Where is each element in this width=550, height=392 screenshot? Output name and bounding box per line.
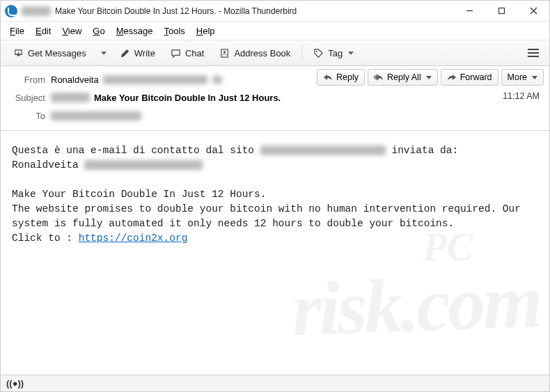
from-label: From (8, 75, 45, 85)
window-titlebar: Make Your Bitcoin Double In Just 12 Hour… (1, 1, 549, 22)
svg-point-5 (223, 51, 226, 53)
redacted-star (212, 75, 223, 84)
main-toolbar: Get Messages Write Chat Address Book Tag (1, 40, 549, 66)
svg-point-6 (316, 50, 317, 52)
more-label: More (508, 72, 527, 82)
tag-button[interactable]: Tag (306, 44, 361, 63)
reply-all-label: Reply All (387, 72, 421, 82)
body-para2-text: The website promises to double your bitc… (12, 202, 538, 231)
body-line2: Ronaldveita (12, 159, 84, 171)
redacted-site (260, 146, 386, 155)
chat-icon (171, 48, 181, 58)
online-icon[interactable]: ((●)) (6, 378, 24, 389)
reply-all-icon (374, 72, 384, 82)
chevron-down-icon (532, 76, 537, 79)
message-time: 11:12 AM (503, 91, 540, 101)
reply-icon (323, 72, 333, 82)
tag-label: Tag (328, 48, 343, 58)
menu-view[interactable]: View (57, 24, 86, 38)
redacted-prefix (51, 93, 90, 102)
redacted-sender-email (84, 160, 203, 170)
chat-label: Chat (185, 48, 204, 58)
chevron-down-icon (101, 52, 107, 55)
forward-button[interactable]: Forward (441, 69, 498, 86)
more-button[interactable]: More (501, 69, 544, 86)
body-line1a: Questa è una e-mail di contatto dal sito (12, 145, 260, 156)
tag-icon (313, 48, 324, 58)
download-icon (13, 48, 24, 58)
menu-bar: File Edit View Go Message Tools Help (1, 22, 549, 40)
svg-rect-4 (221, 49, 228, 56)
to-label: To (8, 111, 45, 121)
forward-label: Forward (460, 72, 492, 82)
status-bar: ((●)) (1, 375, 549, 391)
get-messages-label: Get Messages (28, 48, 86, 58)
chevron-down-icon (426, 76, 432, 79)
pencil-icon (120, 48, 130, 58)
address-book-icon (219, 48, 230, 58)
chat-button[interactable]: Chat (164, 44, 211, 63)
reply-all-button[interactable]: Reply All (368, 69, 438, 86)
redacted-to (51, 111, 141, 120)
reply-button[interactable]: Reply (317, 69, 365, 86)
from-value[interactable]: Ronaldveita (51, 75, 99, 85)
subject-label: Subject (8, 93, 45, 103)
window-title: Make Your Bitcoin Double In Just 12 Hour… (55, 6, 453, 16)
scam-link[interactable]: https://coin2x.org (79, 233, 188, 244)
app-menu-button[interactable] (523, 44, 544, 62)
reply-label: Reply (336, 72, 359, 82)
toolbar-separator (301, 45, 302, 61)
menu-go[interactable]: Go (88, 24, 109, 38)
redacted-email (103, 75, 207, 84)
get-messages-button[interactable]: Get Messages (6, 44, 93, 63)
thunderbird-icon (5, 5, 17, 17)
get-messages-dropdown[interactable] (95, 47, 111, 59)
address-book-label: Address Book (234, 48, 290, 58)
menu-edit[interactable]: Edit (31, 24, 56, 38)
write-label: Write (134, 48, 155, 58)
menu-tools[interactable]: Tools (159, 24, 189, 38)
write-button[interactable]: Write (113, 44, 162, 63)
body-para2-title: Make Your Bitcoin Double In Just 12 Hour… (12, 187, 538, 202)
redacted-sender (22, 6, 51, 16)
minimize-button[interactable] (453, 1, 485, 21)
address-book-button[interactable]: Address Book (212, 44, 297, 63)
message-body[interactable]: Questa è una e-mail di contatto dal sito… (1, 131, 549, 392)
subject-value: Make Your Bitcoin Double In Just 12 Hour… (94, 93, 281, 103)
forward-icon (447, 72, 457, 82)
message-header: Reply Reply All Forward More 11:12 AM Fr… (1, 66, 549, 131)
menu-message[interactable]: Message (111, 24, 158, 38)
menu-file[interactable]: File (5, 24, 29, 38)
chevron-down-icon (348, 52, 354, 55)
close-button[interactable] (517, 1, 549, 21)
svg-rect-1 (498, 8, 504, 14)
body-line1b: inviata da: (386, 145, 458, 156)
maximize-button[interactable] (485, 1, 517, 21)
body-clickto: Click to : (12, 233, 79, 244)
menu-help[interactable]: Help (191, 24, 220, 38)
